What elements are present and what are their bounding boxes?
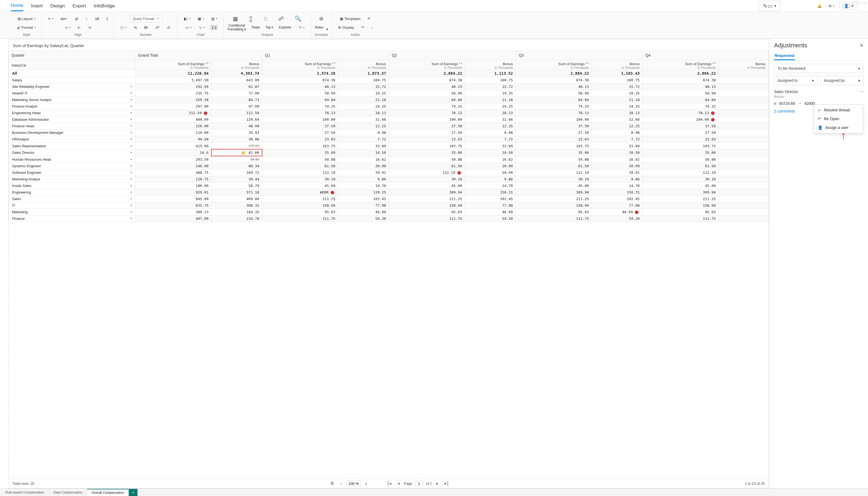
category-cell[interactable]: IT⚭ (9, 202, 136, 209)
q-cell[interactable]: 16.62 (592, 156, 643, 163)
earn-header[interactable]: Sum of Earnings1.2in Thousands (262, 60, 338, 70)
q-cell[interactable]: 122.19 (643, 169, 719, 176)
link-icon[interactable]: ⚭ (130, 111, 133, 115)
q-cell[interactable]: 46.09 (592, 209, 643, 215)
category-cell[interactable]: Sales Representative⚭ (9, 143, 136, 150)
notes-button[interactable]: ⊕ (317, 14, 326, 23)
q-cell[interactable]: 74.25 (643, 103, 719, 110)
q-cell[interactable]: 32.66 (465, 117, 516, 123)
q-cell[interactable]: 61.50 (643, 163, 719, 169)
bonus-cell[interactable]: 42.00 (211, 149, 262, 156)
q-cell[interactable] (719, 117, 768, 123)
q-cell[interactable]: 122.19 (262, 169, 338, 176)
earn-cell[interactable]: 488.75 (135, 169, 211, 176)
category-cell[interactable]: Human Resources Head⚭ (9, 156, 136, 163)
indent-dec-button[interactable]: ⇤ (76, 25, 83, 31)
category-cell[interactable]: Business Development Manager⚭ (9, 129, 136, 136)
zoom-out-button[interactable]: − (338, 481, 344, 486)
q-cell[interactable] (719, 129, 768, 136)
q-cell[interactable]: 150.31 (592, 189, 643, 196)
q-cell[interactable]: 37.50 (643, 123, 719, 129)
q-cell[interactable]: 150.31 (465, 189, 516, 196)
spacing-button[interactable]: ↕ (83, 16, 90, 22)
earn-cell[interactable]: 192.50 (135, 83, 211, 90)
q-cell[interactable]: 48.13 (389, 83, 465, 90)
link-icon[interactable]: ⚭ (130, 157, 133, 161)
q-cell[interactable]: 9.86 (592, 176, 643, 183)
q-cell[interactable]: 30.19 (516, 176, 592, 183)
table-row[interactable]: Marketing Senior Analyst⚭259.3884.7164.8… (9, 97, 768, 103)
q-cell[interactable]: 58.94 (516, 90, 592, 97)
q-cell[interactable]: 64.84 (516, 97, 592, 103)
q-cell[interactable]: 95.03 (643, 209, 719, 215)
format-button[interactable]: 🖌 Format (15, 25, 38, 31)
q-cell[interactable]: 10.50 (338, 149, 389, 156)
indent-inc-button[interactable]: ⇥ (86, 25, 93, 31)
earn-cell[interactable]: 94.50 (135, 136, 211, 143)
link-icon[interactable]: ⚭ (130, 177, 133, 181)
expand-ribbon-button[interactable]: › (369, 25, 375, 31)
category-cell[interactable]: Salary (9, 77, 136, 83)
q-cell[interactable]: 102.45 (338, 196, 389, 202)
q-cell[interactable]: 78.13 (643, 110, 719, 117)
link-icon[interactable]: ⚭ (130, 203, 133, 207)
explorer-button[interactable]: ☍ (276, 14, 286, 23)
q-cell[interactable]: 19.25 (465, 90, 516, 97)
link-icon[interactable]: ⚭ (130, 190, 133, 194)
earn-cell[interactable]: 635.75 (135, 202, 211, 209)
category-cell[interactable]: Sales Director⚭ (9, 149, 136, 156)
earn-cell[interactable]: 246.00 (135, 163, 211, 169)
q-cell[interactable]: 874.38 (262, 77, 338, 83)
col-q3-header[interactable]: Q3 (516, 51, 643, 60)
earn-cell[interactable]: 259.38 (135, 97, 211, 103)
reopen-item[interactable]: ↶Re Open (814, 114, 863, 123)
link-icon[interactable]: ⚭ (130, 217, 133, 220)
link-icon[interactable]: ⚭ (130, 184, 133, 187)
table-row[interactable]: Business Development Manager⚭110.0035.93… (9, 129, 768, 136)
earn-cell[interactable]: 845.00 (135, 196, 211, 202)
link-icon[interactable]: ⚭ (130, 171, 133, 174)
link-icon[interactable]: ⚭ (130, 98, 133, 102)
next-page-button[interactable]: ▸ (435, 480, 440, 486)
settings-icon[interactable]: ⚙ (329, 480, 336, 486)
bonus-cell[interactable]: 48.99 (211, 123, 262, 129)
q-cell[interactable]: 39.91 (592, 169, 643, 176)
earn-cell[interactable]: 14 ⎚ (135, 149, 211, 156)
chart-fill-button[interactable]: ▭ (183, 25, 194, 31)
table-row[interactable]: Finance⚭447.00216.78111.7554.20111.7554.… (9, 215, 768, 222)
q-cell[interactable]: 8.98 (465, 129, 516, 136)
chart-group-button[interactable]: ▥ (209, 16, 220, 22)
q-cell[interactable]: 19.25 (592, 90, 643, 97)
q-cell[interactable]: 211.25 (516, 196, 592, 202)
q-cell[interactable]: 61.50 (389, 163, 465, 169)
chart-line-button[interactable]: ∿ (197, 25, 207, 31)
q-cell[interactable]: 50.00 (465, 169, 516, 176)
q-cell[interactable]: 58.94 (262, 90, 338, 97)
first-page-button[interactable]: ⎮◂ (385, 480, 393, 486)
q-cell[interactable]: 35.00 (389, 149, 465, 156)
q-cell[interactable]: 15.72 (338, 83, 389, 90)
category-cell[interactable]: Engineering Head⚭ (9, 110, 136, 117)
conditional-formatting-button[interactable]: ▦ (231, 14, 240, 23)
q-cell[interactable]: 122.19 (389, 169, 465, 176)
table-row[interactable]: Finance Head⚭150.0048.9937.5012.2537.501… (9, 123, 768, 129)
link-icon[interactable]: ⚭ (130, 197, 133, 201)
q-cell[interactable]: 874.38 (516, 77, 592, 83)
link-icon[interactable]: ⚭ (130, 124, 133, 128)
q-cell[interactable] (719, 215, 768, 222)
earn-cell[interactable]: 120.75 (135, 176, 211, 183)
table-row[interactable]: Salary3,497.50643.00874.38160.75874.3816… (9, 77, 768, 83)
category-cell[interactable]: Engineering⚭ (9, 189, 136, 196)
category-cell[interactable]: Marketing Analyst⚭ (9, 176, 136, 183)
templates-button[interactable]: ▦ Templates (338, 16, 363, 22)
q-cell[interactable]: 20.09 (465, 163, 516, 169)
q-cell[interactable]: 16.62 (338, 156, 389, 163)
category-cell[interactable]: Marketing Senior Analyst⚭ (9, 97, 136, 103)
table-row[interactable]: Site Reliability Engineer⚭192.5062.8748.… (9, 83, 768, 90)
q-cell[interactable]: 45.00 (389, 183, 465, 189)
q-cell[interactable]: 160.75 (338, 77, 389, 83)
q-cell[interactable]: 27.50 (516, 129, 592, 136)
q-cell[interactable] (719, 136, 768, 143)
table-row[interactable]: Systems Engineer⚭246.0080.3461.5020.0961… (9, 163, 768, 169)
category-cell[interactable]: Finance Analyst⚭ (9, 103, 136, 110)
